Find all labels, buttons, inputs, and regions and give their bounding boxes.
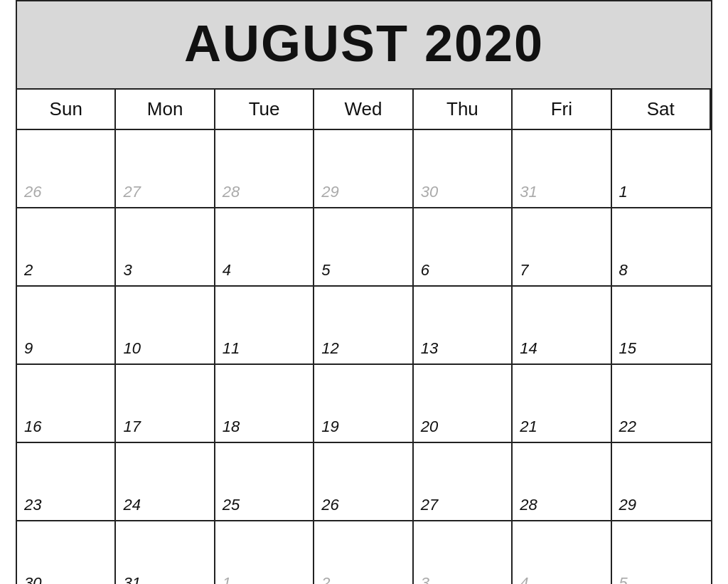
day-header-fri: Fri <box>513 90 611 130</box>
day-cell[interactable]: 10 <box>116 287 215 365</box>
day-number: 4 <box>223 261 231 280</box>
day-number: 11 <box>223 339 240 358</box>
day-cell[interactable]: 2 <box>314 521 413 584</box>
day-number: 10 <box>123 339 140 358</box>
day-number: 23 <box>24 496 41 514</box>
day-cell[interactable]: 11 <box>215 287 314 365</box>
day-cell[interactable]: 29 <box>314 130 413 208</box>
day-number: 13 <box>421 339 438 358</box>
day-number: 2 <box>24 261 33 280</box>
day-number: 21 <box>520 418 537 436</box>
day-cell[interactable]: 30 <box>17 521 116 584</box>
day-cell[interactable]: 31 <box>116 521 215 584</box>
day-cell[interactable]: 30 <box>414 130 513 208</box>
day-cell[interactable]: 9 <box>17 287 116 365</box>
day-number: 7 <box>520 261 528 280</box>
day-cell[interactable]: 31 <box>513 130 611 208</box>
day-header-tue: Tue <box>215 90 314 130</box>
day-number: 22 <box>619 418 636 436</box>
day-header-sat: Sat <box>612 90 711 130</box>
day-number: 28 <box>520 496 537 514</box>
day-number: 15 <box>619 339 636 358</box>
day-cell[interactable]: 29 <box>612 443 711 521</box>
day-cell[interactable]: 4 <box>215 208 314 287</box>
day-number: 17 <box>123 418 140 436</box>
day-number: 9 <box>24 339 33 358</box>
day-number: 4 <box>520 574 528 584</box>
day-number: 20 <box>421 418 438 436</box>
day-header-wed: Wed <box>314 90 413 130</box>
day-number: 14 <box>520 339 537 358</box>
day-header-mon: Mon <box>116 90 215 130</box>
day-cell[interactable]: 26 <box>314 443 413 521</box>
day-number: 6 <box>421 261 429 280</box>
day-number: 19 <box>321 418 338 436</box>
day-cell[interactable]: 21 <box>513 365 611 443</box>
day-number: 24 <box>123 496 140 514</box>
day-number: 31 <box>123 574 140 584</box>
day-number: 29 <box>619 496 636 514</box>
day-number: 12 <box>321 339 338 358</box>
calendar-title: AUGUST 2020 <box>17 14 711 73</box>
day-cell[interactable]: 4 <box>513 521 611 584</box>
day-number: 16 <box>24 418 41 436</box>
calendar: AUGUST 2020 SunMonTueWedThuFriSat2627282… <box>16 0 712 584</box>
day-number: 29 <box>321 183 338 201</box>
day-number: 1 <box>619 183 628 201</box>
day-cell[interactable]: 6 <box>414 208 513 287</box>
day-number: 1 <box>223 574 231 584</box>
day-cell[interactable]: 18 <box>215 365 314 443</box>
day-cell[interactable]: 12 <box>314 287 413 365</box>
day-cell[interactable]: 15 <box>612 287 711 365</box>
day-number: 30 <box>24 574 41 584</box>
day-number: 5 <box>619 574 628 584</box>
day-number: 31 <box>520 183 537 201</box>
day-number: 27 <box>421 496 438 514</box>
day-number: 27 <box>123 183 140 201</box>
day-cell[interactable]: 27 <box>414 443 513 521</box>
day-cell[interactable]: 17 <box>116 365 215 443</box>
day-cell[interactable]: 1 <box>612 130 711 208</box>
day-cell[interactable]: 23 <box>17 443 116 521</box>
day-cell[interactable]: 5 <box>612 521 711 584</box>
day-header-thu: Thu <box>414 90 513 130</box>
day-cell[interactable]: 28 <box>513 443 611 521</box>
day-number: 28 <box>223 183 240 201</box>
day-cell[interactable]: 24 <box>116 443 215 521</box>
day-cell[interactable]: 13 <box>414 287 513 365</box>
day-number: 30 <box>421 183 438 201</box>
day-number: 2 <box>321 574 330 584</box>
day-cell[interactable]: 8 <box>612 208 711 287</box>
day-number: 5 <box>321 261 330 280</box>
day-number: 25 <box>223 496 240 514</box>
day-cell[interactable]: 7 <box>513 208 611 287</box>
day-cell[interactable]: 26 <box>17 130 116 208</box>
day-cell[interactable]: 28 <box>215 130 314 208</box>
day-cell[interactable]: 16 <box>17 365 116 443</box>
day-cell[interactable]: 3 <box>414 521 513 584</box>
day-number: 3 <box>421 574 429 584</box>
day-number: 8 <box>619 261 628 280</box>
day-number: 3 <box>123 261 132 280</box>
day-cell[interactable]: 25 <box>215 443 314 521</box>
calendar-grid: SunMonTueWedThuFriSat2627282930311234567… <box>17 90 711 584</box>
day-header-sun: Sun <box>17 90 116 130</box>
day-cell[interactable]: 5 <box>314 208 413 287</box>
day-cell[interactable]: 3 <box>116 208 215 287</box>
day-cell[interactable]: 19 <box>314 365 413 443</box>
day-cell[interactable]: 27 <box>116 130 215 208</box>
day-number: 18 <box>223 418 240 436</box>
day-cell[interactable]: 2 <box>17 208 116 287</box>
calendar-header: AUGUST 2020 <box>17 1 711 90</box>
day-number: 26 <box>24 183 41 201</box>
day-cell[interactable]: 14 <box>513 287 611 365</box>
day-cell[interactable]: 1 <box>215 521 314 584</box>
day-cell[interactable]: 20 <box>414 365 513 443</box>
day-cell[interactable]: 22 <box>612 365 711 443</box>
day-number: 26 <box>321 496 338 514</box>
